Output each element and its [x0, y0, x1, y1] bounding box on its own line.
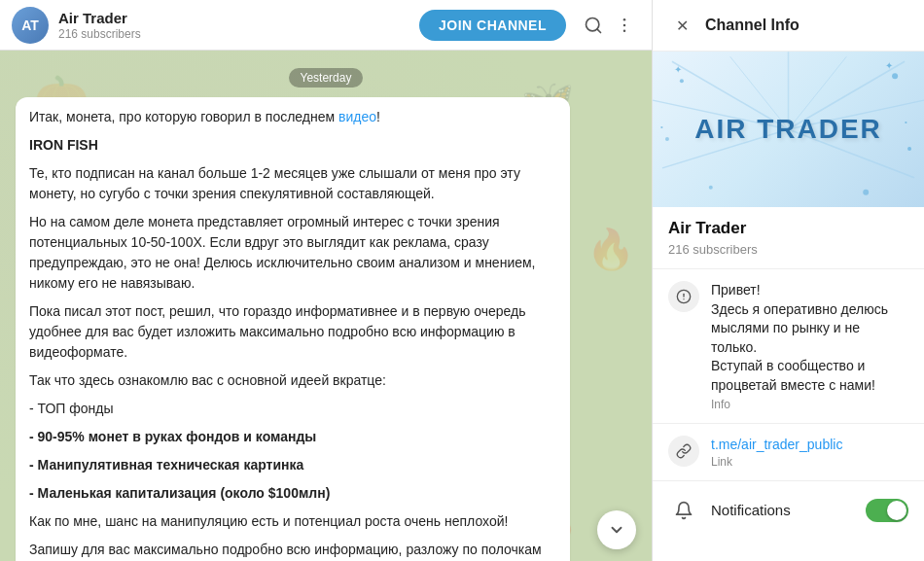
svg-point-18 [709, 186, 713, 190]
notifications-toggle[interactable] [866, 499, 908, 522]
svg-point-19 [863, 190, 869, 195]
message-intro: Итак, монета, про которую говорил в посл… [29, 109, 335, 124]
toggle-knob [887, 501, 906, 520]
para3: Пока писал этот пост, решил, что гораздо… [29, 301, 556, 363]
link-label: Link [711, 455, 908, 469]
svg-point-2 [623, 18, 626, 20]
description-content: Привет!Здесь я оперативно делюсь мыслями… [711, 281, 908, 411]
list3: - Манипулятивная техническая картинка [29, 457, 303, 473]
channel-banner: ✦ ✦ • • AIR TRADER [653, 52, 924, 207]
list4: - Маленькая капитализация (около $100млн… [29, 485, 330, 501]
notifications-label: Notifications [711, 502, 866, 518]
search-icon[interactable] [578, 10, 609, 41]
info-icon [668, 281, 699, 312]
more-options-icon[interactable] [609, 10, 640, 41]
banner-text: AIR TRADER [694, 114, 882, 145]
para3b: Так что здесь ознакомлю вас с основной и… [29, 370, 556, 391]
svg-text:✦: ✦ [674, 64, 682, 75]
svg-point-17 [907, 147, 911, 151]
scroll-down-button[interactable] [597, 510, 636, 549]
link-item: t.me/air_trader_public Link [653, 424, 924, 481]
svg-text:✦: ✦ [885, 60, 893, 71]
channel-link[interactable]: t.me/air_trader_public [711, 437, 842, 452]
list1: - ТОП фонды [29, 399, 556, 419]
channel-header: AT Air Trader 216 subscribers JOIN CHANN… [0, 0, 652, 51]
notifications-row: Notifications [653, 481, 924, 540]
coin-name: IRON FISH [29, 137, 98, 153]
description-label: Info [711, 398, 908, 411]
svg-point-4 [623, 29, 626, 32]
channel-info-subscribers: 216 subscribers [653, 242, 924, 269]
svg-line-1 [597, 28, 601, 32]
date-badge: Yesterday [16, 68, 636, 86]
list2: - 90-95% монет в руках фондов и команды [29, 429, 316, 444]
channel-info-name: Air Trader [653, 207, 924, 242]
description-item: Привет!Здесь я оперативно делюсь мыслями… [653, 269, 924, 424]
link-icon [668, 436, 699, 467]
message-bubble: Итак, монета, про которую говорил в посл… [16, 97, 570, 561]
svg-text:•: • [905, 118, 907, 126]
svg-point-14 [680, 79, 684, 83]
chat-area: Yesterday Итак, монета, про которую гово… [0, 51, 652, 561]
channel-title-group: Air Trader 216 subscribers [58, 10, 419, 41]
join-channel-button[interactable]: JOIN CHANNEL [419, 10, 566, 41]
info-header: ✕ Channel Info [653, 0, 924, 52]
left-panel: AT Air Trader 216 subscribers JOIN CHANN… [0, 0, 652, 561]
bell-icon [668, 495, 699, 526]
para5: Запишу для вас максимально подробно всю … [29, 540, 556, 561]
channel-name: Air Trader [58, 10, 419, 27]
para4: Как по мне, шанс на манипуляцию есть и п… [29, 511, 556, 532]
svg-point-16 [665, 137, 669, 141]
right-panel: ✕ Channel Info ✦ ✦ • • [652, 0, 924, 561]
avatar: AT [12, 7, 49, 44]
info-panel-title: Channel Info [705, 17, 800, 34]
svg-point-15 [892, 73, 898, 79]
svg-text:•: • [660, 123, 663, 131]
video-link[interactable]: видео [338, 109, 376, 124]
para1: Те, кто подписан на канал больше 1-2 мес… [29, 163, 556, 204]
channel-subscribers: 216 subscribers [58, 27, 419, 41]
para2: Но на самом деле монета представляет огр… [29, 212, 556, 294]
link-content: t.me/air_trader_public Link [711, 436, 908, 469]
description-text: Привет!Здесь я оперативно делюсь мыслями… [711, 281, 908, 396]
close-button[interactable]: ✕ [666, 10, 697, 41]
svg-point-3 [623, 23, 626, 26]
